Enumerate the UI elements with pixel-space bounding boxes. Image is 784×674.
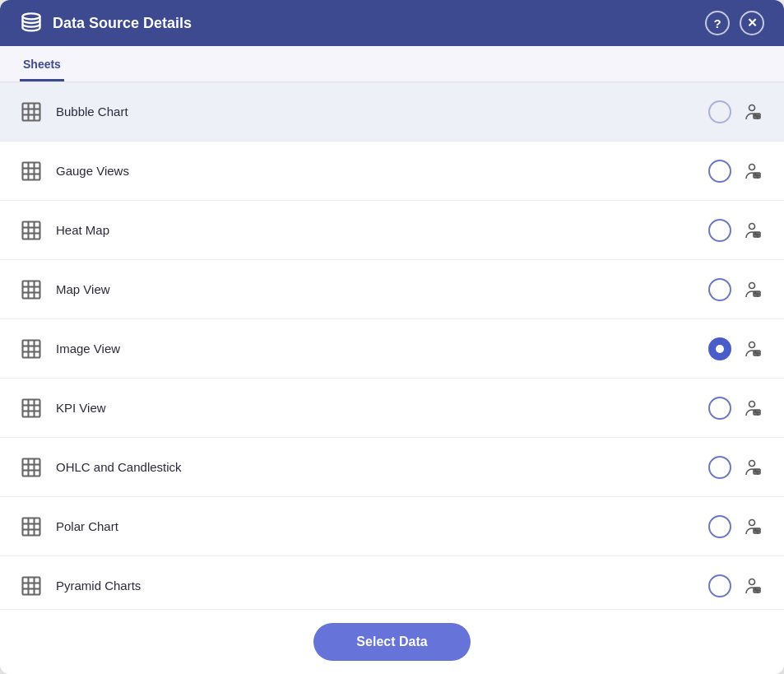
close-button[interactable]: ✕ — [740, 11, 764, 35]
data-source-icon[interactable] — [740, 100, 764, 124]
item-actions — [708, 159, 764, 184]
list-item-image-view[interactable]: Image View — [0, 319, 784, 379]
list-item-pyramid-charts[interactable]: Pyramid Charts — [0, 556, 784, 609]
item-label: Bubble Chart — [56, 105, 708, 119]
item-label: Heat Map — [56, 223, 708, 237]
radio-heat-map[interactable] — [708, 219, 731, 242]
radio-image-view[interactable] — [708, 337, 731, 360]
item-label: Map View — [56, 282, 708, 296]
list-item-ohlc-candlestick[interactable]: OHLC and Candlestick — [0, 438, 784, 497]
dialog-container: Data Source Details ? ✕ Sheets Bubble Ch… — [0, 0, 784, 674]
list-item-bubble-chart[interactable]: Bubble Chart — [0, 82, 784, 142]
svg-rect-67 — [23, 458, 40, 476]
item-label: Pyramid Charts — [56, 579, 708, 593]
item-label: Polar Chart — [56, 519, 708, 533]
sheet-icon — [20, 100, 43, 123]
list-item-kpi-view[interactable]: KPI View — [0, 379, 784, 438]
sheet-icon — [20, 278, 43, 301]
tab-sheets[interactable]: Sheets — [20, 46, 64, 81]
radio-pyramid-charts[interactable] — [708, 574, 731, 597]
item-actions — [708, 574, 764, 598]
sheet-icon — [20, 160, 43, 183]
data-source-icon[interactable] — [740, 574, 764, 598]
item-actions — [708, 218, 764, 243]
sheet-icon — [20, 397, 43, 420]
sheet-icon — [20, 337, 43, 360]
sheet-icon — [20, 219, 43, 242]
radio-polar-chart[interactable] — [708, 515, 731, 538]
svg-point-28 — [749, 223, 755, 229]
data-source-icon[interactable] — [740, 514, 764, 539]
svg-point-50 — [749, 342, 755, 347]
list-item-map-view[interactable]: Map View — [0, 260, 784, 319]
sheet-icon — [20, 456, 43, 479]
data-source-icon[interactable] — [740, 277, 764, 302]
item-actions — [708, 277, 764, 302]
list-item-gauge-views[interactable]: Gauge Views — [0, 142, 784, 201]
sheet-icon — [20, 515, 43, 538]
svg-point-72 — [749, 460, 755, 466]
header-left: Data Source Details — [20, 12, 192, 35]
svg-rect-89 — [23, 577, 40, 594]
dialog-title: Data Source Details — [53, 15, 192, 32]
data-source-icon[interactable] — [740, 218, 764, 243]
item-actions — [708, 455, 764, 480]
item-label: Image View — [56, 342, 708, 356]
list-item-polar-chart[interactable]: Polar Chart — [0, 497, 784, 556]
data-source-icon[interactable] — [740, 396, 764, 421]
svg-point-61 — [749, 401, 755, 407]
database-icon — [20, 12, 43, 35]
svg-point-39 — [749, 282, 755, 288]
svg-point-17 — [749, 164, 755, 170]
data-source-icon[interactable] — [740, 159, 764, 184]
list-item-heat-map[interactable]: Heat Map — [0, 201, 784, 260]
radio-map-view[interactable] — [708, 278, 731, 301]
header-actions: ? ✕ — [705, 11, 764, 35]
radio-kpi-view[interactable] — [708, 397, 731, 420]
item-actions — [708, 100, 764, 124]
svg-rect-12 — [23, 162, 40, 179]
svg-rect-34 — [23, 281, 40, 298]
help-button[interactable]: ? — [705, 11, 730, 35]
item-actions — [708, 396, 764, 421]
svg-rect-23 — [23, 221, 40, 239]
svg-point-83 — [749, 519, 755, 525]
item-label: OHLC and Candlestick — [56, 460, 708, 474]
data-source-icon[interactable] — [740, 337, 764, 361]
item-actions — [708, 337, 764, 361]
radio-bubble-chart[interactable] — [708, 100, 731, 123]
sheet-icon — [20, 574, 43, 597]
item-actions — [708, 514, 764, 539]
list-container: Bubble Chart Gauge Views — [0, 82, 784, 609]
radio-ohlc-candlestick[interactable] — [708, 456, 731, 479]
svg-point-6 — [749, 105, 755, 110]
radio-gauge-views[interactable] — [708, 160, 731, 183]
footer: Select Data — [0, 609, 784, 674]
svg-rect-45 — [23, 340, 40, 357]
item-label: Gauge Views — [56, 164, 708, 178]
svg-rect-78 — [23, 518, 40, 535]
svg-rect-56 — [23, 399, 40, 416]
data-source-icon[interactable] — [740, 455, 764, 480]
select-data-button[interactable]: Select Data — [313, 623, 470, 661]
svg-point-94 — [749, 579, 755, 584]
svg-rect-1 — [23, 103, 40, 120]
tabs-bar: Sheets — [0, 46, 784, 82]
dialog-header: Data Source Details ? ✕ — [0, 0, 784, 46]
svg-point-0 — [23, 13, 40, 19]
item-label: KPI View — [56, 401, 708, 415]
